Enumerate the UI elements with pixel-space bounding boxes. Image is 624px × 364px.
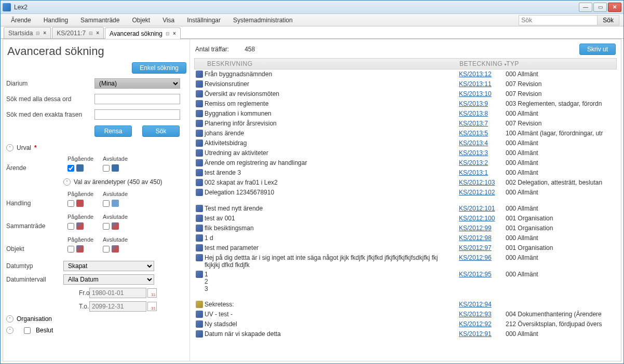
table-row[interactable]: 123KS/2012:95000 Allmänt (194, 270, 617, 293)
table-row[interactable]: Sekretess:KS/2012:94 (194, 300, 617, 310)
menu-arende[interactable]: Ärende (5, 15, 37, 26)
row-reference-link[interactable]: KS/2013:10 (459, 90, 492, 97)
table-row[interactable]: Byggnation i kommunenKS/2013:8000 Allmän… (194, 109, 617, 119)
calendar-icon[interactable] (147, 288, 157, 298)
row-reference-link[interactable]: KS/2012:102 (459, 189, 495, 196)
arendetyper-expander[interactable]: ˅ Val av ärendetyper (450 av 450) (63, 178, 186, 186)
table-row[interactable]: Från byggnadsnämndenKS/2013:12000 Allmän… (194, 69, 617, 79)
table-row[interactable]: 1 dKS/2012:98000 Allmänt (194, 233, 617, 243)
table-row[interactable]: 002 skapat av fra01 i Lex2KS/2012:103002… (194, 178, 617, 188)
col-type[interactable]: Typ (506, 60, 616, 67)
beslut-checkbox[interactable] (24, 327, 31, 334)
tab-avancerad-sokning[interactable]: Avancerad sökning ⊟ × (105, 27, 181, 39)
row-reference-link[interactable]: KS/2012:98 (459, 234, 492, 242)
row-reference-link[interactable]: KS/2012:100 (459, 215, 495, 222)
table-row[interactable]: test med parameterKS/2012:97001 Organisa… (194, 243, 617, 253)
row-reference-link[interactable]: KS/2013:1 (459, 169, 488, 176)
row-reference-link[interactable]: KS/2013:4 (459, 139, 488, 147)
to-date-input[interactable] (89, 301, 146, 312)
all-words-input[interactable] (94, 94, 180, 104)
tab-ks2011-7[interactable]: KS/2011:7 ⊟ × (52, 27, 104, 38)
handling-avslutade-checkbox[interactable] (103, 200, 110, 207)
simple-search-button[interactable]: Enkel sökning (132, 62, 186, 74)
menu-sammantrade[interactable]: Sammanträde (74, 15, 126, 26)
search-button[interactable]: Sök (142, 125, 180, 137)
row-reference-link[interactable]: KS/2013:9 (459, 100, 488, 107)
maximize-button[interactable]: ▭ (593, 3, 607, 12)
row-reference-link[interactable]: KS/2013:7 (459, 120, 488, 127)
row-reference-link[interactable]: KS/2012:101 (459, 205, 495, 212)
chevron-up-icon[interactable]: ˄ (6, 144, 13, 151)
row-reference-link[interactable]: KS/2013:3 (459, 149, 488, 157)
col-desc[interactable]: Beskrivning (205, 60, 459, 67)
pin-icon[interactable]: ⊟ (89, 31, 93, 36)
filter-scroll[interactable]: ˄ Urval * Pågående Avslutade Ärende ˅ Va… (6, 142, 186, 361)
table-row[interactable]: UV - test -KS/2012:93004 Dokumenthanteri… (194, 310, 617, 319)
tab-close-icon[interactable]: × (43, 30, 46, 36)
arende-avslutade-checkbox[interactable] (103, 165, 110, 172)
table-row[interactable]: Remiss om reglementeKS/2013:9003 Regleme… (194, 99, 617, 109)
results-table[interactable]: Beskrivning Beteckning▼ Typ Från byggnad… (194, 58, 617, 358)
datumintervall-select[interactable]: Alla Datum (63, 274, 154, 285)
row-reference-link[interactable]: KS/2013:12 (459, 71, 492, 78)
row-reference-link[interactable]: KS/2012:91 (459, 330, 492, 338)
exact-phrase-input[interactable] (94, 109, 180, 120)
table-row[interactable]: test av 001KS/2012:100001 Organisation (194, 214, 617, 223)
row-reference-link[interactable]: KS/2012:103 (459, 179, 495, 186)
section-urval[interactable]: ˄ Urval * (6, 144, 186, 151)
row-reference-link[interactable]: KS/2013:5 (459, 130, 488, 137)
from-date-input[interactable] (89, 288, 146, 298)
pin-icon[interactable]: ⊟ (36, 31, 40, 36)
objekt-pagaende-checkbox[interactable] (67, 246, 74, 253)
datumtyp-select[interactable]: Skapat (63, 261, 154, 271)
table-row[interactable]: test ärende 3KS/2013:1000 Allmänt (194, 168, 617, 178)
print-button[interactable]: Skriv ut (579, 44, 616, 55)
menu-handling[interactable]: Handling (37, 15, 74, 26)
row-reference-link[interactable]: KS/2012:96 (459, 254, 492, 261)
table-row[interactable]: Test med nytt ärendeKS/2012:101000 Allmä… (194, 204, 617, 214)
close-button[interactable]: ✕ (608, 3, 621, 12)
table-row[interactable]: Delegation 12345678910KS/2012:102000 All… (194, 188, 617, 198)
menu-installningar[interactable]: Inställningar (181, 15, 227, 26)
table-row[interactable]: Utredning av aktiviteterKS/2013:3000 All… (194, 148, 617, 158)
table-row[interactable]: Översikt av revisionsmötenKS/2013:10007 … (194, 89, 617, 99)
tab-close-icon[interactable]: × (173, 31, 176, 36)
row-reference-link[interactable]: KS/2012:97 (459, 244, 492, 251)
clear-button[interactable]: Rensa (94, 125, 132, 137)
handling-pagaende-checkbox[interactable] (67, 200, 74, 207)
objekt-avslutade-checkbox[interactable] (103, 246, 110, 253)
menu-visa[interactable]: Visa (156, 15, 181, 26)
row-reference-link[interactable]: KS/2012:93 (459, 311, 492, 318)
tab-startsida[interactable]: Startsida ⊟ × (4, 27, 51, 38)
col-ref[interactable]: Beteckning▼ (459, 60, 506, 67)
table-row[interactable]: RevisionsrutinerKS/2013:11007 Revision (194, 79, 617, 89)
menu-systemadmin[interactable]: Systemadministration (227, 15, 299, 26)
table-row[interactable]: Hej på dig dettta är i sig inget att int… (194, 253, 617, 270)
arende-pagaende-checkbox[interactable] (67, 165, 74, 172)
global-search-input[interactable] (519, 16, 597, 25)
diarium-select[interactable]: (Mina) (94, 78, 180, 89)
table-row[interactable]: AktivitetsbidragKS/2013:4000 Allmänt (194, 138, 617, 148)
table-row[interactable]: Datum när vi skapade dettaKS/2012:91000 … (194, 329, 617, 339)
chevron-down-icon[interactable]: ˅ (63, 178, 71, 186)
row-reference-link[interactable]: KS/2012:95 (459, 271, 492, 278)
tab-close-icon[interactable]: × (96, 30, 99, 36)
row-reference-link[interactable]: KS/2012:92 (459, 320, 492, 328)
table-row[interactable]: Planering inför årsrevisionKS/2013:7007 … (194, 119, 617, 129)
global-search-button[interactable]: Sök (597, 16, 619, 25)
table-row[interactable]: flik besiktingsmanKS/2012:99001 Organisa… (194, 223, 617, 233)
sammantrade-pagaende-checkbox[interactable] (67, 223, 74, 230)
chevron-down-icon[interactable]: ˅ (6, 315, 13, 323)
section-organisation[interactable]: ˅ Organisation (6, 313, 186, 325)
minimize-button[interactable]: — (579, 3, 592, 12)
row-reference-link[interactable]: KS/2013:8 (459, 110, 488, 117)
table-row[interactable]: johans ärendeKS/2013:5100 Allmänt (lagar… (194, 129, 617, 138)
row-reference-link[interactable]: KS/2013:2 (459, 159, 488, 166)
sammantrade-avslutade-checkbox[interactable] (103, 223, 110, 230)
pin-icon[interactable]: ⊟ (166, 31, 170, 36)
chevron-down-icon[interactable]: ˅ (6, 327, 13, 334)
row-reference-link[interactable]: KS/2012:99 (459, 225, 492, 232)
section-beslut[interactable]: ˅ Beslut (6, 325, 186, 336)
row-reference-link[interactable]: KS/2013:11 (459, 80, 492, 88)
calendar-icon[interactable] (147, 302, 157, 311)
